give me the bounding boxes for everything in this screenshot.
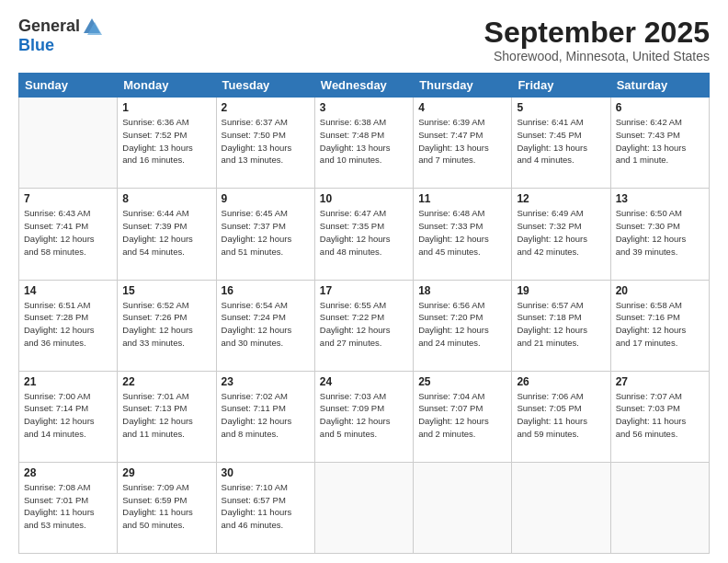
table-row: 5Sunrise: 6:41 AM Sunset: 7:45 PM Daylig…: [512, 98, 610, 189]
table-row: 16Sunrise: 6:54 AM Sunset: 7:24 PM Dayli…: [216, 280, 314, 371]
calendar-table: Sunday Monday Tuesday Wednesday Thursday…: [18, 73, 710, 554]
day-number: 14: [24, 284, 112, 297]
day-number: 23: [222, 375, 310, 388]
logo-icon: [82, 17, 102, 37]
day-info: Sunrise: 7:01 AM Sunset: 7:13 PM Dayligh…: [122, 390, 210, 441]
table-row: 12Sunrise: 6:49 AM Sunset: 7:32 PM Dayli…: [512, 189, 610, 280]
day-info: Sunrise: 6:39 AM Sunset: 7:47 PM Dayligh…: [418, 116, 506, 167]
day-info: Sunrise: 7:00 AM Sunset: 7:14 PM Dayligh…: [24, 390, 112, 441]
header: General Blue September 2025 Shorewood, M…: [18, 17, 710, 63]
table-row: [19, 98, 118, 189]
page: General Blue September 2025 Shorewood, M…: [0, 0, 728, 563]
day-info: Sunrise: 6:47 AM Sunset: 7:35 PM Dayligh…: [320, 207, 408, 258]
day-info: Sunrise: 6:37 AM Sunset: 7:50 PM Dayligh…: [222, 116, 310, 167]
day-number: 4: [418, 101, 506, 114]
table-row: 27Sunrise: 7:07 AM Sunset: 7:03 PM Dayli…: [610, 371, 709, 462]
table-row: 30Sunrise: 7:10 AM Sunset: 6:57 PM Dayli…: [216, 462, 314, 553]
day-info: Sunrise: 7:10 AM Sunset: 6:57 PM Dayligh…: [222, 481, 310, 532]
day-info: Sunrise: 6:49 AM Sunset: 7:32 PM Dayligh…: [517, 207, 605, 258]
day-info: Sunrise: 6:58 AM Sunset: 7:16 PM Dayligh…: [616, 299, 704, 350]
table-row: 20Sunrise: 6:58 AM Sunset: 7:16 PM Dayli…: [610, 280, 709, 371]
table-row: 29Sunrise: 7:09 AM Sunset: 6:59 PM Dayli…: [118, 462, 216, 553]
day-number: 29: [122, 466, 210, 479]
table-row: 28Sunrise: 7:08 AM Sunset: 7:01 PM Dayli…: [19, 462, 118, 553]
table-row: 17Sunrise: 6:55 AM Sunset: 7:22 PM Dayli…: [314, 280, 413, 371]
day-info: Sunrise: 6:54 AM Sunset: 7:24 PM Dayligh…: [222, 299, 310, 350]
day-info: Sunrise: 6:55 AM Sunset: 7:22 PM Dayligh…: [320, 299, 408, 350]
day-number: 15: [122, 284, 210, 297]
calendar-week-row: 7Sunrise: 6:43 AM Sunset: 7:41 PM Daylig…: [19, 189, 710, 280]
col-thursday: Thursday: [414, 74, 512, 98]
day-number: 17: [320, 284, 408, 297]
day-info: Sunrise: 6:51 AM Sunset: 7:28 PM Dayligh…: [24, 299, 112, 350]
day-info: Sunrise: 6:36 AM Sunset: 7:52 PM Dayligh…: [122, 116, 210, 167]
logo-general-text: General: [18, 17, 80, 36]
table-row: 7Sunrise: 6:43 AM Sunset: 7:41 PM Daylig…: [19, 189, 118, 280]
table-row: 22Sunrise: 7:01 AM Sunset: 7:13 PM Dayli…: [118, 371, 216, 462]
table-row: 4Sunrise: 6:39 AM Sunset: 7:47 PM Daylig…: [414, 98, 512, 189]
table-row: 19Sunrise: 6:57 AM Sunset: 7:18 PM Dayli…: [512, 280, 610, 371]
day-info: Sunrise: 6:50 AM Sunset: 7:30 PM Dayligh…: [616, 207, 704, 258]
day-info: Sunrise: 6:41 AM Sunset: 7:45 PM Dayligh…: [517, 116, 605, 167]
calendar-week-row: 14Sunrise: 6:51 AM Sunset: 7:28 PM Dayli…: [19, 280, 710, 371]
logo: General Blue: [18, 17, 102, 55]
col-wednesday: Wednesday: [314, 74, 413, 98]
day-info: Sunrise: 7:07 AM Sunset: 7:03 PM Dayligh…: [616, 390, 704, 441]
calendar-header-row: Sunday Monday Tuesday Wednesday Thursday…: [19, 74, 710, 98]
day-number: 2: [222, 101, 310, 114]
day-info: Sunrise: 6:44 AM Sunset: 7:39 PM Dayligh…: [122, 207, 210, 258]
table-row: 14Sunrise: 6:51 AM Sunset: 7:28 PM Dayli…: [19, 280, 118, 371]
table-row: 11Sunrise: 6:48 AM Sunset: 7:33 PM Dayli…: [414, 189, 512, 280]
day-number: 11: [418, 192, 506, 205]
table-row: [610, 462, 709, 553]
table-row: [512, 462, 610, 553]
calendar-title: September 2025: [484, 17, 710, 49]
day-info: Sunrise: 7:02 AM Sunset: 7:11 PM Dayligh…: [222, 390, 310, 441]
day-info: Sunrise: 6:45 AM Sunset: 7:37 PM Dayligh…: [222, 207, 310, 258]
table-row: [314, 462, 413, 553]
table-row: 10Sunrise: 6:47 AM Sunset: 7:35 PM Dayli…: [314, 189, 413, 280]
day-info: Sunrise: 7:03 AM Sunset: 7:09 PM Dayligh…: [320, 390, 408, 441]
col-friday: Friday: [512, 74, 610, 98]
col-tuesday: Tuesday: [216, 74, 314, 98]
day-number: 9: [222, 192, 310, 205]
day-number: 13: [616, 192, 704, 205]
day-number: 25: [418, 375, 506, 388]
day-info: Sunrise: 6:38 AM Sunset: 7:48 PM Dayligh…: [320, 116, 408, 167]
day-info: Sunrise: 6:57 AM Sunset: 7:18 PM Dayligh…: [517, 299, 605, 350]
day-info: Sunrise: 7:09 AM Sunset: 6:59 PM Dayligh…: [122, 481, 210, 532]
table-row: 21Sunrise: 7:00 AM Sunset: 7:14 PM Dayli…: [19, 371, 118, 462]
table-row: 15Sunrise: 6:52 AM Sunset: 7:26 PM Dayli…: [118, 280, 216, 371]
table-row: 18Sunrise: 6:56 AM Sunset: 7:20 PM Dayli…: [414, 280, 512, 371]
day-number: 19: [517, 284, 605, 297]
col-sunday: Sunday: [19, 74, 118, 98]
table-row: [414, 462, 512, 553]
table-row: 24Sunrise: 7:03 AM Sunset: 7:09 PM Dayli…: [314, 371, 413, 462]
day-number: 26: [517, 375, 605, 388]
day-info: Sunrise: 6:52 AM Sunset: 7:26 PM Dayligh…: [122, 299, 210, 350]
day-info: Sunrise: 6:48 AM Sunset: 7:33 PM Dayligh…: [418, 207, 506, 258]
table-row: 3Sunrise: 6:38 AM Sunset: 7:48 PM Daylig…: [314, 98, 413, 189]
day-number: 22: [122, 375, 210, 388]
day-number: 8: [122, 192, 210, 205]
table-row: 8Sunrise: 6:44 AM Sunset: 7:39 PM Daylig…: [118, 189, 216, 280]
day-number: 3: [320, 101, 408, 114]
table-row: 23Sunrise: 7:02 AM Sunset: 7:11 PM Dayli…: [216, 371, 314, 462]
calendar-week-row: 28Sunrise: 7:08 AM Sunset: 7:01 PM Dayli…: [19, 462, 710, 553]
table-row: 26Sunrise: 7:06 AM Sunset: 7:05 PM Dayli…: [512, 371, 610, 462]
day-number: 6: [616, 101, 704, 114]
day-number: 16: [222, 284, 310, 297]
logo-blue-text: Blue: [18, 37, 54, 55]
day-number: 5: [517, 101, 605, 114]
day-number: 12: [517, 192, 605, 205]
day-number: 20: [616, 284, 704, 297]
day-number: 7: [24, 192, 112, 205]
day-number: 18: [418, 284, 506, 297]
calendar-week-row: 21Sunrise: 7:00 AM Sunset: 7:14 PM Dayli…: [19, 371, 710, 462]
day-number: 10: [320, 192, 408, 205]
col-saturday: Saturday: [610, 74, 709, 98]
table-row: 9Sunrise: 6:45 AM Sunset: 7:37 PM Daylig…: [216, 189, 314, 280]
day-info: Sunrise: 7:04 AM Sunset: 7:07 PM Dayligh…: [418, 390, 506, 441]
day-number: 1: [122, 101, 210, 114]
day-number: 21: [24, 375, 112, 388]
